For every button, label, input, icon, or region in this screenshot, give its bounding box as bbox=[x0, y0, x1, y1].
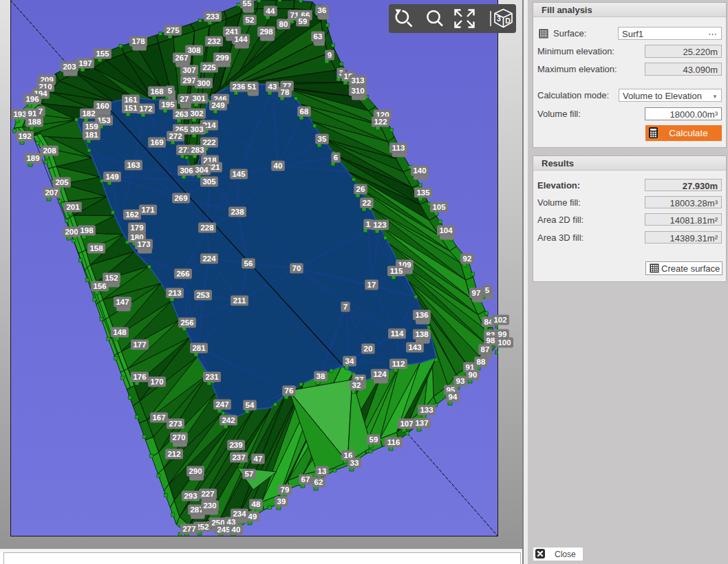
svg-text:224: 224 bbox=[202, 254, 216, 263]
svg-text:162: 162 bbox=[125, 210, 138, 219]
svg-text:179: 179 bbox=[130, 224, 143, 232]
svg-text:176: 176 bbox=[133, 373, 146, 381]
svg-text:245: 245 bbox=[217, 525, 231, 534]
svg-text:161: 161 bbox=[124, 96, 138, 104]
svg-text:137: 137 bbox=[415, 419, 428, 427]
svg-text:275: 275 bbox=[166, 26, 180, 34]
svg-text:193: 193 bbox=[13, 110, 26, 118]
svg-text:36: 36 bbox=[318, 6, 327, 14]
svg-text:283: 283 bbox=[191, 146, 204, 154]
svg-text:145: 145 bbox=[232, 170, 246, 178]
svg-text:256: 256 bbox=[180, 318, 193, 327]
svg-text:140: 140 bbox=[413, 166, 426, 175]
svg-text:56: 56 bbox=[244, 259, 253, 268]
svg-text:188: 188 bbox=[28, 118, 41, 126]
svg-text:156: 156 bbox=[93, 282, 106, 290]
svg-text:135: 135 bbox=[416, 188, 430, 197]
svg-text:300: 300 bbox=[197, 79, 210, 87]
svg-text:149: 149 bbox=[105, 173, 118, 181]
svg-text:163: 163 bbox=[127, 161, 140, 169]
svg-text:242: 242 bbox=[222, 416, 235, 424]
svg-text:306: 306 bbox=[180, 166, 193, 175]
svg-text:225: 225 bbox=[202, 63, 216, 72]
svg-text:168: 168 bbox=[150, 87, 164, 96]
svg-text:273: 273 bbox=[169, 420, 182, 428]
svg-text:211: 211 bbox=[233, 296, 246, 305]
svg-text:1: 1 bbox=[366, 220, 371, 228]
svg-text:290: 290 bbox=[189, 467, 202, 475]
svg-text:97: 97 bbox=[472, 289, 481, 297]
svg-text:231: 231 bbox=[205, 373, 219, 381]
svg-text:192: 192 bbox=[18, 132, 31, 140]
svg-text:7: 7 bbox=[343, 303, 347, 311]
svg-text:233: 233 bbox=[206, 12, 219, 21]
svg-text:40: 40 bbox=[232, 525, 241, 534]
svg-text:54: 54 bbox=[246, 401, 255, 409]
svg-text:227: 227 bbox=[201, 490, 214, 498]
svg-text:301: 301 bbox=[192, 94, 206, 102]
svg-text:172: 172 bbox=[139, 105, 152, 113]
svg-text:277: 277 bbox=[182, 525, 195, 533]
svg-text:113: 113 bbox=[392, 144, 405, 152]
svg-text:32: 32 bbox=[352, 381, 361, 389]
svg-text:238: 238 bbox=[231, 208, 244, 216]
svg-text:201: 201 bbox=[66, 203, 80, 211]
svg-text:114: 114 bbox=[391, 329, 404, 338]
svg-text:203: 203 bbox=[63, 63, 76, 71]
svg-text:143: 143 bbox=[408, 343, 421, 351]
svg-text:236: 236 bbox=[232, 83, 245, 91]
svg-text:79: 79 bbox=[281, 486, 290, 494]
svg-text:266: 266 bbox=[176, 270, 189, 278]
svg-text:78: 78 bbox=[281, 88, 290, 96]
svg-text:267: 267 bbox=[175, 54, 188, 62]
svg-text:195: 195 bbox=[161, 100, 175, 109]
svg-text:196: 196 bbox=[25, 95, 39, 103]
svg-text:27: 27 bbox=[180, 95, 189, 103]
svg-text:182: 182 bbox=[82, 109, 95, 118]
svg-text:3: 3 bbox=[497, 14, 501, 23]
svg-text:91: 91 bbox=[28, 109, 37, 118]
svg-text:35: 35 bbox=[318, 135, 327, 143]
svg-text:124: 124 bbox=[373, 370, 387, 378]
svg-text:44: 44 bbox=[266, 7, 275, 15]
svg-text:313: 313 bbox=[351, 76, 364, 85]
svg-text:198: 198 bbox=[80, 226, 94, 235]
svg-text:170: 170 bbox=[150, 378, 163, 386]
svg-text:92: 92 bbox=[463, 254, 472, 263]
svg-text:305: 305 bbox=[202, 177, 216, 186]
svg-text:34: 34 bbox=[345, 357, 354, 365]
svg-text:270: 270 bbox=[172, 433, 185, 442]
svg-text:298: 298 bbox=[259, 28, 273, 36]
svg-text:138: 138 bbox=[415, 330, 429, 338]
svg-text:297: 297 bbox=[182, 76, 195, 85]
svg-text:17: 17 bbox=[367, 281, 376, 289]
svg-text:178: 178 bbox=[131, 37, 145, 45]
svg-text:171: 171 bbox=[141, 206, 155, 214]
svg-text:94: 94 bbox=[449, 393, 458, 401]
svg-text:59: 59 bbox=[370, 435, 378, 444]
svg-text:70: 70 bbox=[292, 264, 301, 272]
svg-text:62: 62 bbox=[314, 478, 323, 486]
svg-text:20: 20 bbox=[364, 345, 373, 353]
svg-text:169: 169 bbox=[150, 138, 163, 147]
svg-text:167: 167 bbox=[152, 413, 165, 422]
svg-text:269: 269 bbox=[174, 194, 187, 202]
svg-text:208: 208 bbox=[43, 147, 56, 155]
svg-text:52: 52 bbox=[246, 16, 255, 24]
svg-text:51: 51 bbox=[248, 83, 257, 91]
svg-text:237: 237 bbox=[232, 453, 245, 462]
svg-text:57: 57 bbox=[245, 470, 254, 478]
svg-text:234: 234 bbox=[233, 510, 246, 518]
svg-text:151: 151 bbox=[124, 104, 138, 112]
svg-text:87: 87 bbox=[481, 345, 490, 354]
svg-text:33: 33 bbox=[350, 459, 359, 467]
svg-text:159: 159 bbox=[85, 122, 98, 131]
svg-text:136: 136 bbox=[415, 311, 428, 319]
svg-text:5: 5 bbox=[485, 286, 490, 294]
svg-text:160: 160 bbox=[96, 102, 109, 110]
svg-text:122: 122 bbox=[374, 118, 387, 126]
svg-text:155: 155 bbox=[96, 50, 109, 58]
svg-text:76: 76 bbox=[285, 387, 294, 395]
svg-text:7: 7 bbox=[39, 107, 43, 116]
svg-text:13: 13 bbox=[318, 467, 327, 475]
